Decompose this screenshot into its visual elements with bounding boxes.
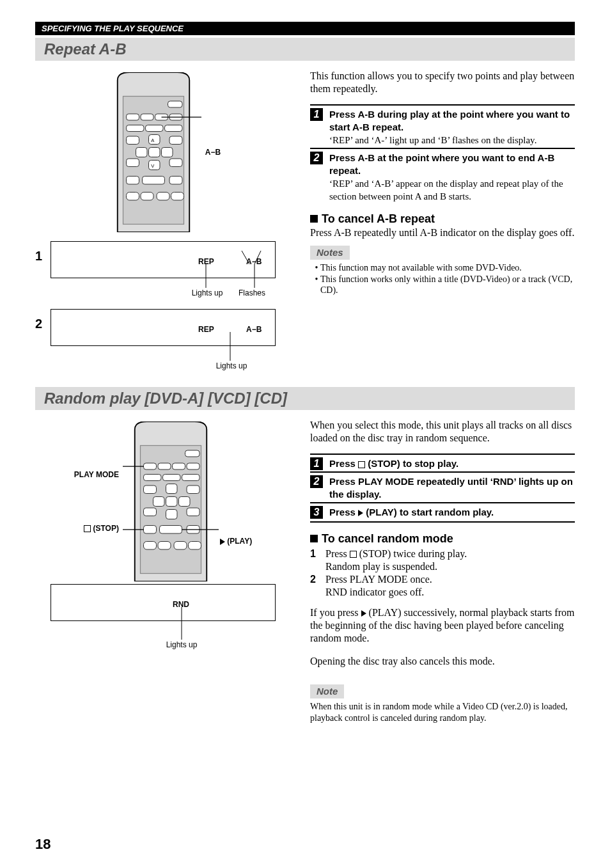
display2-number: 2 [35, 309, 51, 331]
rstep-number-2: 2 [310, 475, 323, 488]
svg-rect-19 [142, 177, 164, 185]
rstep1: Press (STOP) to stop play. [329, 458, 458, 469]
svg-rect-18 [126, 177, 139, 185]
svg-rect-1 [168, 101, 182, 107]
svg-rect-48 [166, 497, 177, 507]
svg-rect-40 [187, 463, 199, 470]
svg-text:A: A [151, 138, 154, 143]
repeat-ab-title: Repeat A-B [35, 38, 575, 61]
rstep2: Press PLAY MODE repeatedly until ‘RND’ l… [329, 476, 573, 500]
play-callout: (PLAY) [220, 537, 252, 546]
repeat-note-2: This function works only within a title … [320, 274, 575, 296]
svg-rect-6 [126, 125, 144, 132]
remote-illustration-1: A V [106, 72, 201, 232]
random-intro: When you select this mode, this unit pla… [310, 419, 575, 445]
svg-rect-9 [126, 136, 139, 145]
svg-rect-41 [143, 475, 161, 481]
cancel-r1a: Press (STOP) twice during play. [325, 548, 467, 559]
svg-rect-23 [157, 193, 169, 201]
svg-rect-10 [169, 136, 182, 145]
svg-rect-20 [169, 177, 182, 185]
svg-rect-46 [166, 484, 177, 494]
cancel-ab-heading: To cancel A-B repeat [310, 212, 575, 226]
rstep3: Press (PLAY) to start random play. [329, 507, 494, 517]
svg-rect-49 [178, 497, 190, 507]
note-heading: Note [310, 684, 344, 699]
display1-number: 1 [35, 241, 51, 264]
svg-rect-42 [162, 475, 180, 481]
stop-callout: (STOP) [74, 524, 121, 533]
svg-rect-56 [143, 542, 156, 550]
svg-rect-21 [126, 193, 139, 201]
step2-bold: Press A-B at the point where you want to… [329, 152, 554, 176]
playmode-callout: PLAY MODE [74, 470, 121, 479]
random-play-title: Random play [DVD-A] [VCD] [CD] [35, 387, 575, 410]
cancel-r1b: Random play is suspended. [325, 561, 437, 572]
step-number-1: 1 [310, 108, 323, 121]
notes-heading: Notes [310, 246, 350, 260]
svg-rect-17 [169, 159, 182, 167]
svg-rect-59 [188, 542, 201, 550]
cancel-random-heading: To cancel random mode [310, 532, 575, 546]
svg-line-29 [254, 251, 261, 264]
step-number-2: 2 [310, 152, 323, 164]
svg-rect-36 [185, 450, 199, 457]
svg-rect-34 [196, 322, 216, 333]
random-note-body: When this unit is in random mode while a… [310, 701, 575, 723]
svg-rect-7 [145, 125, 163, 132]
step1-bold: Press A-B during play at the point where… [329, 109, 570, 132]
display-panel-2: REP A−B [51, 309, 276, 346]
svg-rect-44 [143, 485, 156, 494]
svg-rect-43 [182, 475, 199, 481]
svg-rect-47 [153, 497, 164, 507]
svg-rect-57 [158, 542, 171, 550]
ab-callout: A−B [205, 148, 221, 157]
remote-illustration-2 [123, 422, 219, 581]
display-panel-1: REP A−B [51, 241, 276, 278]
svg-rect-22 [141, 193, 153, 201]
svg-rect-14 [161, 148, 173, 157]
svg-rect-13 [148, 148, 160, 157]
repeat-note-1: This function may not available with som… [320, 262, 575, 274]
svg-rect-51 [143, 508, 156, 516]
random-after: If you press (PLAY) successively, normal… [310, 606, 575, 645]
svg-rect-3 [141, 114, 153, 120]
svg-rect-45 [187, 485, 199, 494]
rstep-number-1: 1 [310, 457, 323, 470]
svg-line-30 [242, 251, 249, 264]
disp2-lights: Lights up [209, 361, 254, 370]
repeat-intro: This function allows you to specify two … [310, 70, 575, 95]
svg-rect-12 [136, 148, 147, 157]
svg-text:V: V [151, 163, 154, 169]
svg-rect-2 [126, 114, 139, 120]
svg-rect-16 [126, 159, 139, 167]
svg-rect-24 [171, 193, 184, 201]
cancel-r2b: RND indicator goes off. [325, 587, 424, 597]
svg-rect-50 [166, 510, 177, 519]
rstep-number-3: 3 [310, 506, 323, 519]
display-panel-rnd: RND [51, 584, 276, 621]
cancel-ab-body: Press A-B repeatedly until A-B indicator… [310, 226, 575, 239]
step2-detail: ‘REP’ and ‘A-B’ appear on the display an… [329, 178, 563, 201]
svg-rect-39 [172, 463, 185, 470]
random-after2: Opening the disc tray also cancels this … [310, 655, 575, 668]
svg-rect-53 [143, 526, 156, 534]
step1-detail: ‘REP’ and ‘A-’ light up and ‘B’ flashes … [329, 135, 536, 145]
svg-rect-52 [187, 508, 199, 516]
svg-rect-38 [158, 463, 171, 470]
svg-rect-37 [143, 463, 156, 470]
section-header: SPECIFYING THE PLAY SEQUENCE [35, 22, 575, 35]
cancel-r2a: Press PLAY MODE once. [325, 574, 432, 585]
svg-rect-8 [164, 125, 182, 132]
svg-rect-54 [159, 526, 182, 534]
svg-rect-58 [174, 542, 187, 550]
page-number: 18 [35, 836, 51, 853]
